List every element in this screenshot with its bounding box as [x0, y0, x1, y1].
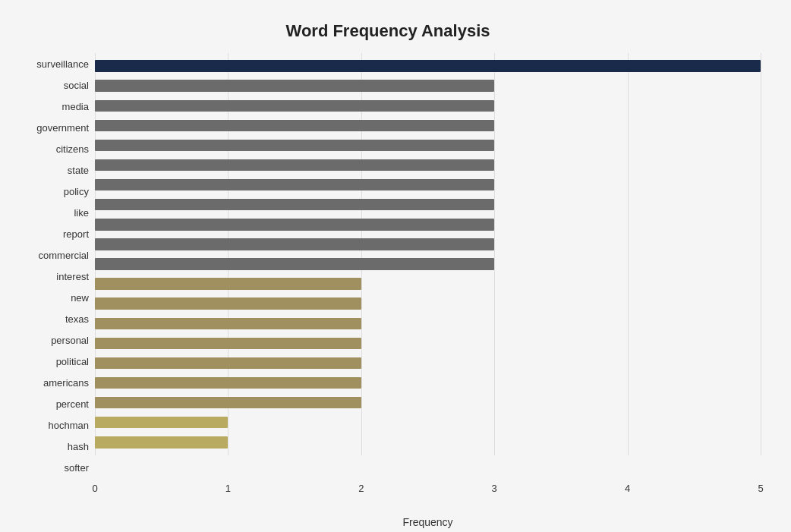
bar	[95, 297, 361, 309]
bar	[95, 397, 361, 408]
bar	[95, 318, 361, 329]
bar-row	[95, 333, 761, 353]
y-label: social	[64, 75, 89, 95]
bar	[95, 100, 494, 112]
bar	[95, 238, 494, 250]
bar	[95, 80, 494, 91]
bar	[95, 417, 228, 428]
bar-row	[95, 254, 761, 274]
bar-row	[95, 294, 761, 313]
bar-row	[95, 393, 761, 413]
bar-row	[95, 175, 761, 195]
bar	[95, 436, 228, 448]
bar-row	[95, 353, 761, 373]
bar	[95, 377, 361, 389]
bar	[95, 199, 494, 210]
bar-row	[95, 76, 761, 96]
chart-container: Word Frequency Analysis surveillancesoci…	[0, 0, 791, 532]
bar	[95, 357, 361, 369]
x-axis-label: Frequency	[402, 516, 452, 528]
x-tick: 5	[758, 483, 763, 494]
y-label: percent	[56, 394, 89, 414]
y-label: personal	[51, 330, 89, 350]
y-label: texas	[65, 309, 89, 329]
y-label: hochman	[49, 415, 89, 435]
y-label: americans	[43, 373, 89, 392]
bar	[95, 179, 494, 190]
bar-row	[95, 215, 761, 235]
y-label: like	[74, 203, 89, 222]
y-label: government	[36, 118, 89, 137]
bar-row	[95, 56, 761, 76]
y-label: political	[56, 351, 89, 371]
bar-row	[95, 135, 761, 155]
chart-area: surveillancesocialmediagovernmentcitizen…	[15, 53, 761, 501]
bar-row	[95, 155, 761, 175]
bars-inner	[95, 53, 761, 478]
bar-row	[95, 373, 761, 393]
y-label: softer	[64, 458, 89, 477]
bar	[95, 159, 494, 171]
chart-title: Word Frequency Analysis	[15, 15, 761, 41]
y-label: media	[62, 96, 89, 116]
bars-wrapper	[95, 53, 761, 455]
y-label: hash	[68, 436, 89, 456]
y-label: citizens	[56, 139, 89, 159]
bar	[95, 278, 361, 289]
bar	[95, 120, 494, 131]
bar-row	[95, 235, 761, 254]
bar-row	[95, 413, 761, 433]
bar-row	[95, 115, 761, 135]
bar	[95, 338, 361, 349]
y-label: report	[63, 224, 89, 244]
bar	[95, 258, 494, 269]
bar-row	[95, 96, 761, 115]
bar	[95, 140, 494, 151]
bar-row	[95, 195, 761, 215]
y-label: new	[71, 288, 89, 307]
x-tick: 3	[492, 483, 497, 494]
bar-row	[95, 313, 761, 333]
grid-line	[761, 53, 761, 455]
bar	[95, 60, 761, 71]
x-tick: 1	[225, 483, 231, 494]
y-label: surveillance	[36, 54, 89, 74]
x-tick: 2	[358, 483, 364, 494]
y-label: policy	[64, 181, 89, 201]
x-axis: Frequency 012345	[95, 478, 761, 501]
bar-row	[95, 274, 761, 294]
y-axis-labels: surveillancesocialmediagovernmentcitizen…	[15, 53, 95, 501]
x-tick: 0	[92, 483, 97, 494]
y-label: interest	[56, 266, 89, 286]
bars-area: Frequency 012345	[95, 53, 761, 501]
y-label: commercial	[39, 245, 89, 265]
bar	[95, 219, 494, 230]
bar-row	[95, 433, 761, 452]
x-tick: 4	[625, 483, 630, 494]
y-label: state	[68, 160, 89, 180]
